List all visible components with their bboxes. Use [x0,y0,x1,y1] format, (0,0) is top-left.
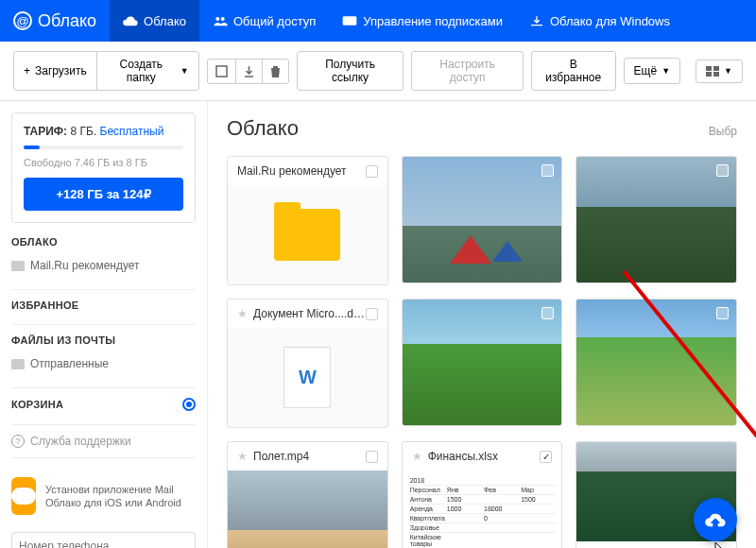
folder-icon [11,261,25,271]
file-tile-folder[interactable]: Mail.Ru рекомендует [227,156,388,285]
tariff-title: ТАРИФ: 8 ГБ. Бесплатный [24,125,183,138]
sidebar: ТАРИФ: 8 ГБ. Бесплатный Свободно 7.46 ГБ… [0,101,208,548]
cloud-upload-icon [705,509,726,530]
download-button[interactable] [235,59,263,84]
folder-icon [274,209,340,261]
cloud-icon [123,14,138,27]
sidebar-mail-heading: ФАЙЛЫ ИЗ ПОЧТЫ [11,334,196,346]
top-header: @ Облако Облако Общий доступ Управление … [0,0,756,42]
nav-cloud[interactable]: Облако [110,0,199,42]
upgrade-button[interactable]: +128 ГБ за 124₽ [24,178,183,211]
nav-subscriptions[interactable]: Управление подписками [329,0,516,42]
app-icon [11,477,36,515]
file-tile-image[interactable] [402,156,563,283]
svg-rect-6 [706,72,712,77]
help-icon: ? [11,435,25,448]
checkbox[interactable] [716,307,729,319]
file-tile-xlsx[interactable]: ★Финансы.xlsx 2018ПерсоналЯнвФевМарАнтон… [402,441,563,548]
svg-rect-4 [706,66,712,71]
checkbox[interactable] [366,308,378,320]
radio-indicator[interactable] [182,398,196,411]
people-icon [213,14,228,27]
checkbox[interactable] [716,164,729,177]
tariff-plan-link[interactable]: Бесплатный [100,125,164,138]
storage-text: Свободно 7.46 ГБ из 8 ГБ [24,157,183,168]
upload-fab[interactable] [694,498,737,541]
star-icon[interactable]: ★ [237,307,248,320]
favorite-button[interactable]: В избранное [531,51,616,91]
svg-rect-7 [713,72,719,77]
chevron-down-icon: ▼ [180,66,189,76]
square-icon [215,65,228,77]
svg-rect-2 [343,16,357,25]
sidebar-item-recommends[interactable]: Mail.Ru рекомендует [11,255,196,276]
sidebar-favorites-heading: ИЗБРАННОЕ [11,300,196,311]
card-icon [342,14,357,27]
trash-icon [270,65,281,77]
at-icon: @ [13,11,32,30]
logo[interactable]: @ Облако [0,11,110,31]
file-tile-image[interactable] [402,299,563,426]
grid-icon [706,66,719,77]
view-button[interactable]: ▼ [696,60,743,83]
phone-input[interactable] [11,532,196,548]
logo-text: Облако [38,11,96,31]
word-icon: W [284,347,331,408]
svg-point-0 [215,17,219,21]
file-tile-image[interactable] [576,156,737,283]
chevron-down-icon: ▼ [662,66,670,76]
configure-access-button[interactable]: Настроить доступ [411,51,523,91]
star-icon[interactable]: ★ [237,450,248,463]
checkbox[interactable] [366,451,378,463]
svg-rect-5 [713,66,719,71]
content-area: Облако Выбр Mail.Ru рекомендует ★Докумен… [208,101,756,548]
xlsx-thumb: 2018ПерсоналЯнвФевМарАнтона15001500Аренд… [403,471,562,548]
create-folder-button[interactable]: Создать папку▼ [96,51,199,91]
support-link[interactable]: ? Служба поддержки [11,435,196,448]
page-title: Облако [227,116,299,141]
nav-shared[interactable]: Общий доступ [199,0,329,42]
delete-button[interactable] [262,59,289,84]
folder-icon [11,359,25,369]
storage-progress [24,146,183,149]
file-grid: Mail.Ru рекомендует ★Документ Micro....d… [227,156,737,548]
plus-icon: + [24,64,30,77]
more-button[interactable]: Ещё▼ [624,58,680,84]
file-tile-image[interactable] [576,299,737,426]
sidebar-cloud-heading: ОБЛАКО [11,236,196,248]
nav-windows[interactable]: Облако для Windows [516,0,683,42]
chevron-down-icon: ▼ [724,66,732,76]
download-icon [244,65,254,77]
app-promo-text: Установи приложение Mail Облако для iOS … [45,483,196,510]
sidebar-trash-heading[interactable]: КОРЗИНА [11,399,63,410]
star-icon[interactable]: ★ [412,450,422,463]
file-tile-doc[interactable]: ★Документ Micro....docx W [227,299,388,428]
upload-button[interactable]: +Загрузить [13,51,97,91]
video-thumb [228,471,387,548]
file-tile-video[interactable]: ★Полет.mp4 [227,441,388,548]
checkbox[interactable] [541,164,554,177]
download-icon [529,14,544,27]
svg-rect-3 [216,66,227,77]
svg-point-1 [221,17,225,21]
sidebar-item-sent[interactable]: Отправленные [11,353,196,374]
checkbox[interactable] [366,165,378,178]
checkbox[interactable] [541,307,554,319]
select-all-button[interactable] [207,59,236,84]
get-link-button[interactable]: Получить ссылку [297,51,404,91]
app-promo: Установи приложение Mail Облако для iOS … [11,468,196,524]
tariff-panel: ТАРИФ: 8 ГБ. Бесплатный Свободно 7.46 ГБ… [11,112,196,223]
checkbox[interactable] [540,451,552,463]
toolbar: +Загрузить Создать папку▼ Получить ссылк… [0,42,756,101]
select-text[interactable]: Выбр [709,125,737,138]
